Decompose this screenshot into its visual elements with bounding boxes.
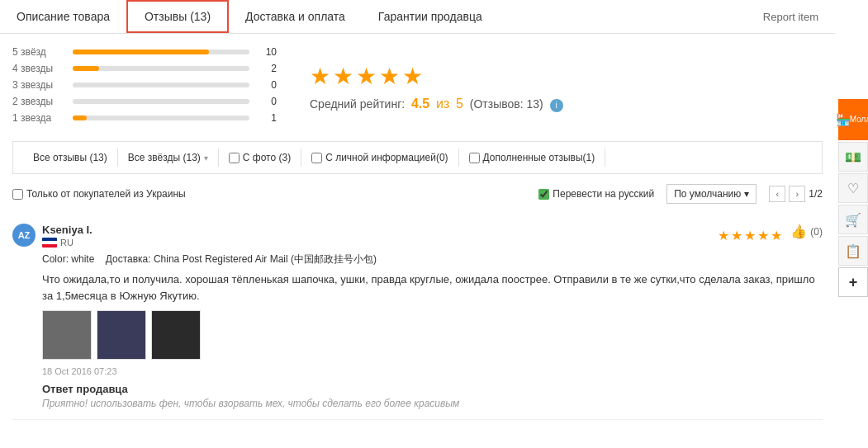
ukraine-checkbox[interactable] [12, 189, 23, 200]
sort-chevron-icon: ▾ [744, 188, 749, 200]
rating-summary: ★ ★ ★ ★ ★ Средний рейтинг: 4.5 из 5 (Отз… [301, 46, 563, 129]
options-bar: Только от покупателей из Украины Перевес… [12, 184, 823, 204]
sidebar-plus-button[interactable]: + [838, 267, 868, 297]
ukraine-filter[interactable]: Только от покупателей из Украины [12, 188, 186, 200]
filter-with-photo[interactable]: С фото (3) [219, 149, 301, 167]
page-info: 1/2 [809, 188, 823, 200]
delivery-value: China Post Registered Air Mail (中国邮政挂号小包… [154, 253, 377, 265]
r-star-3: ★ [744, 228, 756, 243]
sidebar-money-button[interactable]: 💵 [838, 142, 868, 172]
sidebar-heart-button[interactable]: ♡ [838, 173, 868, 203]
with-photo-checkbox[interactable] [229, 153, 240, 163]
with-info-checkbox[interactable] [311, 153, 322, 163]
translate-checkbox[interactable] [538, 189, 549, 200]
tabs-bar: Описание товара Отзывы (13) Доставка и о… [0, 0, 835, 34]
stars-display: ★ ★ ★ ★ ★ [310, 63, 563, 90]
bar-bg-4 [73, 66, 249, 71]
review-images [42, 310, 823, 360]
star-4: ★ [379, 63, 400, 90]
avg-value: 4.5 [411, 97, 429, 111]
next-page-button[interactable]: › [789, 186, 805, 202]
star-row-4: 4 звезды 2 [12, 63, 277, 74]
review-thumb-1[interactable] [42, 310, 92, 360]
seller-reply: Ответ продавца Приятно! использовать фен… [42, 383, 823, 409]
review-text: Что ожидала,то и получила. хорошая тёпле… [42, 271, 823, 304]
info-icon[interactable]: i [550, 99, 563, 112]
star-row-1: 1 звезда 1 [12, 112, 277, 124]
additional-checkbox[interactable] [469, 153, 480, 163]
star-label-1: 1 звезда [12, 112, 66, 124]
reviewer-country: RU [42, 238, 718, 248]
r-star-5: ★ [771, 228, 782, 243]
review-meta: Color: white Доставка: China Post Regist… [42, 252, 823, 266]
color-value: white [71, 253, 94, 265]
flag-icon [42, 238, 57, 248]
star-row-5: 5 звёзд 10 [12, 46, 277, 58]
report-item-link[interactable]: Report item [747, 2, 835, 31]
content-area: 5 звёзд 10 4 звезды 2 3 зв [0, 34, 835, 420]
translate-label: Перевести на русский [553, 188, 654, 200]
orders-icon: 📋 [845, 243, 861, 259]
tab-description[interactable]: Описание товара [0, 2, 126, 31]
review-thumb-2[interactable] [97, 310, 146, 360]
bar-count-5: 10 [256, 46, 277, 58]
filter-all-stars[interactable]: Все звёзды (13) ▾ [118, 149, 219, 167]
review-date: 18 Oct 2016 07:23 [42, 366, 823, 376]
avg-of: из [436, 97, 449, 111]
bar-count-3: 0 [256, 79, 277, 91]
r-star-1: ★ [718, 228, 729, 243]
money-icon: 💵 [845, 149, 861, 165]
bar-fill-1 [73, 116, 87, 120]
sidebar-cart-button[interactable]: 🛒 [838, 205, 868, 234]
filter-bar: Все отзывы (13) Все звёзды (13) ▾ С фото… [12, 141, 823, 174]
star-half: ★ [402, 63, 423, 90]
avatar: AZ [12, 224, 36, 247]
reviewer-name: Kseniya I. [42, 224, 718, 236]
filter-all-stars-label: Все звёзды (13) [128, 152, 201, 163]
plus-icon: + [849, 274, 858, 291]
filter-all-reviews[interactable]: Все отзывы (13) [23, 149, 118, 167]
star-2: ★ [333, 63, 353, 90]
seller-reply-text: Приятно! использовать фен, чтобы взорват… [42, 398, 823, 409]
bar-fill-4 [73, 66, 99, 71]
star-1: ★ [310, 63, 330, 90]
seller-reply-title: Ответ продавца [42, 383, 823, 395]
bar-bg-1 [73, 116, 249, 120]
star-row-2: 2 звезды 0 [12, 96, 277, 107]
tab-delivery[interactable]: Доставка и оплата [229, 2, 362, 31]
star-row-3: 3 звезды 0 [12, 79, 277, 91]
tab-reviews[interactable]: Отзывы (13) [126, 0, 229, 33]
review-header: AZ Kseniya I. RU ★ ★ ★ ★ [12, 224, 823, 248]
star-label-2: 2 звезды [12, 96, 66, 107]
bar-count-4: 2 [256, 63, 277, 74]
review-stars: ★ ★ ★ ★ ★ [718, 228, 782, 243]
star-bars: 5 звёзд 10 4 звезды 2 3 зв [12, 46, 277, 129]
reviewer-info: Kseniya I. RU [42, 224, 718, 248]
sidebar-mall-label: Молл [850, 115, 868, 125]
tab-seller[interactable]: Гарантии продавца [362, 2, 499, 31]
sort-dropdown[interactable]: По умолчанию ▾ [666, 184, 757, 204]
avg-text: Средний рейтинг: 4.5 из 5 (Отзывов: 13) … [310, 97, 563, 111]
r-star-2: ★ [731, 228, 742, 243]
star-3: ★ [356, 63, 377, 90]
bar-fill-5 [73, 50, 209, 54]
heart-icon: ♡ [847, 181, 859, 196]
sidebar-mall-button[interactable]: 🏪 Молл [838, 99, 868, 140]
filter-with-info[interactable]: С личной информацией(0) [301, 149, 458, 167]
sidebar-orders-button[interactable]: 📋 [838, 236, 868, 266]
filter-additional[interactable]: Дополненные отзывы(1) [459, 149, 606, 167]
avg-out-of: 5 [456, 97, 463, 111]
bar-count-1: 1 [256, 112, 277, 124]
sidebar-mall-icon: 🏪 [836, 113, 850, 127]
prev-page-button[interactable]: ‹ [769, 186, 785, 202]
bar-bg-2 [73, 99, 249, 104]
translate-option[interactable]: Перевести на русский [538, 188, 654, 200]
reviews-list: AZ Kseniya I. RU ★ ★ ★ ★ [12, 214, 823, 420]
with-photo-label: С фото (3) [243, 152, 291, 163]
bar-bg-5 [73, 50, 249, 54]
with-info-label: С личной информацией(0) [325, 152, 448, 163]
rating-section: 5 звёзд 10 4 звезды 2 3 зв [12, 46, 823, 129]
review-thumb-3[interactable] [151, 310, 201, 360]
like-button[interactable]: 👍 (0) [790, 224, 823, 239]
like-icon: 👍 [790, 224, 807, 239]
